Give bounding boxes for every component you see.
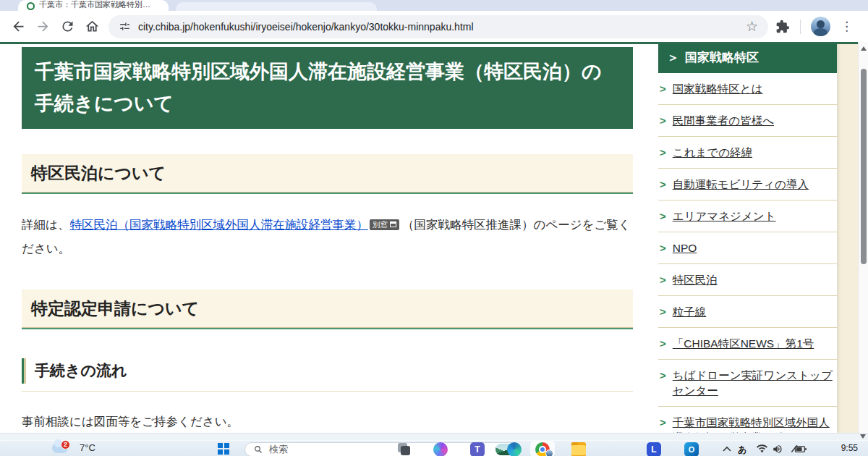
chevron-right-icon: > <box>660 81 666 96</box>
vertical-scrollbar[interactable] <box>858 42 868 433</box>
start-button[interactable] <box>218 443 229 455</box>
sidebar-header-arrow: ＞ <box>667 49 679 66</box>
address-bar[interactable]: city.chiba.jp/hokenfukushi/iryoeisei/hok… <box>109 15 768 38</box>
search-placeholder: 検索 <box>269 443 495 456</box>
toolbar-right-group: ⋮ <box>775 17 853 36</box>
url-text[interactable]: city.chiba.jp/hokenfukushi/iryoeisei/hok… <box>138 21 743 33</box>
sidebar-item-minkan-jigyosha[interactable]: >民間事業者の皆様へ <box>658 105 837 137</box>
new-window-badge: 別窓 <box>370 219 399 230</box>
horizontal-scrollbar[interactable] <box>0 433 868 440</box>
windows-taskbar: 2 7°C 検索 T L O あ 9:55 <box>0 440 868 456</box>
taskbar-clock[interactable]: 9:55 <box>833 443 858 453</box>
site-info-tune-icon[interactable] <box>119 20 131 33</box>
tab-strip: 千葉市：千葉市国家戦略特別… <box>0 0 868 11</box>
detail-paragraph: 詳細は、特区民泊（国家戦略特別区域外国人滞在施設経営事業）別窓（国家戦略特区推進… <box>22 213 633 261</box>
chevron-right-icon: > <box>660 240 666 256</box>
page-title: 千葉市国家戦略特別区域外国人滞在施設経営事業（特区民泊）の手続きについて <box>22 47 633 129</box>
active-tab[interactable]: 千葉市：千葉市国家戦略特別… <box>18 0 169 11</box>
home-button[interactable] <box>80 14 104 39</box>
back-button[interactable] <box>6 14 30 39</box>
weather-cloud-icon: 2 <box>52 443 68 453</box>
arrow-back-icon <box>11 19 26 34</box>
tokku-minpaku-link[interactable]: 特区民泊（国家戦略特別区域外国人滞在施設経営事業） <box>69 218 368 231</box>
extensions-puzzle-icon[interactable] <box>775 20 790 34</box>
new-window-icon <box>390 221 396 227</box>
windows-logo-icon <box>224 443 229 448</box>
sidebar-item-keii[interactable]: >これまでの経緯 <box>658 137 837 169</box>
chevron-right-icon: > <box>660 304 666 319</box>
edge-button[interactable] <box>507 442 522 456</box>
arrow-forward-icon <box>35 19 51 34</box>
sidebar-item-area-management[interactable]: >エリアマネジメント <box>658 200 837 232</box>
site-favicon-icon <box>27 2 35 10</box>
sidebar-item-npo[interactable]: >NPO <box>658 232 837 264</box>
chevron-right-icon: > <box>660 415 666 430</box>
chevron-right-icon: > <box>660 272 666 287</box>
bookmark-star-icon[interactable]: ☆ <box>743 20 761 33</box>
sidebar-header-label: 国家戦略特区 <box>685 49 759 66</box>
webpage-viewport: 千葉市国家戦略特別区域外国人滞在施設経営事業（特区民泊）の手続きについて 特区民… <box>0 44 858 433</box>
sidebar-header[interactable]: ＞ 国家戦略特区 <box>658 44 837 73</box>
paragraph-prefix: 詳細は、 <box>22 218 69 231</box>
scroll-up-arrow-icon[interactable] <box>861 46 867 51</box>
chevron-right-icon: > <box>660 336 666 351</box>
background-tab[interactable] <box>176 2 377 11</box>
chevron-right-icon: > <box>660 177 666 192</box>
subsection-heading-flow: 手続きの流れ <box>22 357 633 392</box>
chevron-right-icon: > <box>660 208 666 224</box>
section-heading-nintei-shinsei: 特定認定申請について <box>22 290 633 329</box>
ime-indicator[interactable]: あ <box>738 444 746 456</box>
chevron-right-icon: > <box>660 368 666 383</box>
sidebar-list: >国家戦略特区とは >民間事業者の皆様へ >これまでの経緯 >自動運転モビリティ… <box>658 73 837 433</box>
pen-battery-icon[interactable] <box>791 444 807 454</box>
windows-logo-icon <box>224 449 229 455</box>
home-icon <box>85 19 100 34</box>
notification-badge: 2 <box>61 440 70 449</box>
chevron-right-icon: > <box>660 145 666 160</box>
task-view-button[interactable] <box>396 442 411 456</box>
chrome-button-active[interactable] <box>530 441 555 456</box>
windows-logo-icon <box>218 449 223 455</box>
sidebar-item-taizai-shisetsu[interactable]: >千葉市国家戦略特別区域外国人滞在施設経営事業（特 <box>658 407 837 433</box>
windows-logo-icon <box>218 443 223 448</box>
volume-icon[interactable] <box>773 444 783 454</box>
weather-widget[interactable]: 2 7°C <box>52 442 95 453</box>
tab-title: 千葉市：千葉市国家戦略特別… <box>39 0 150 10</box>
profile-avatar[interactable] <box>811 17 830 36</box>
teams-button[interactable]: T <box>470 442 485 456</box>
content-wrapper: 千葉市国家戦略特別区域外国人滞在施設経営事業（特区民泊）の手続きについて 特区民… <box>0 44 837 433</box>
chevron-right-icon: > <box>660 113 666 128</box>
file-explorer-button[interactable] <box>571 442 586 456</box>
reload-button[interactable] <box>55 14 80 39</box>
scrollbar-thumb[interactable] <box>861 69 867 264</box>
sidebar-item-chiba-tokku-news[interactable]: >「CHIBA特区NEWS」第1号 <box>658 328 837 360</box>
task-view-icon <box>401 446 410 455</box>
sidebar-item-tokku-toha[interactable]: >国家戦略特区とは <box>658 73 837 105</box>
outlook-button[interactable]: O <box>684 442 699 456</box>
browser-window: 千葉市：千葉市国家戦略特別… city.chiba.jp/hokenfukush… <box>0 0 868 456</box>
browser-toolbar: city.chiba.jp/hokenfukushi/iryoeisei/hok… <box>0 11 868 42</box>
sidebar-nav: ＞ 国家戦略特区 >国家戦略特区とは >民間事業者の皆様へ >これまでの経緯 >… <box>658 44 837 433</box>
chrome-profile-badge <box>545 449 553 456</box>
scroll-down-arrow-icon[interactable] <box>860 434 866 439</box>
toolbar-separator <box>800 20 801 34</box>
section-heading-tokku-minpaku: 特区民泊について <box>22 154 633 194</box>
l-app-button[interactable]: L <box>647 442 661 456</box>
reload-icon <box>60 19 75 34</box>
sidebar-item-ryushisen[interactable]: >粒子線 <box>658 296 837 328</box>
new-window-badge-label: 別窓 <box>373 221 388 229</box>
sidebar-item-drone-center[interactable]: >ちばドローン実証ワンストップセンター <box>658 360 837 407</box>
prior-consultation-paragraph: 事前相談には図面等をご持参ください。 <box>22 410 633 433</box>
tray-chevron-up-icon[interactable] <box>723 446 731 452</box>
sidebar-item-jido-unten[interactable]: >自動運転モビリティの導入 <box>658 169 837 200</box>
copilot-button[interactable] <box>433 442 448 456</box>
search-icon <box>254 445 263 454</box>
sidebar-item-tokku-minpaku[interactable]: >特区民泊 <box>658 264 837 296</box>
temperature-label: 7°C <box>80 442 95 453</box>
forward-button[interactable] <box>30 14 55 39</box>
menu-kebab-icon[interactable]: ⋮ <box>841 20 853 33</box>
wifi-icon[interactable] <box>757 444 767 454</box>
